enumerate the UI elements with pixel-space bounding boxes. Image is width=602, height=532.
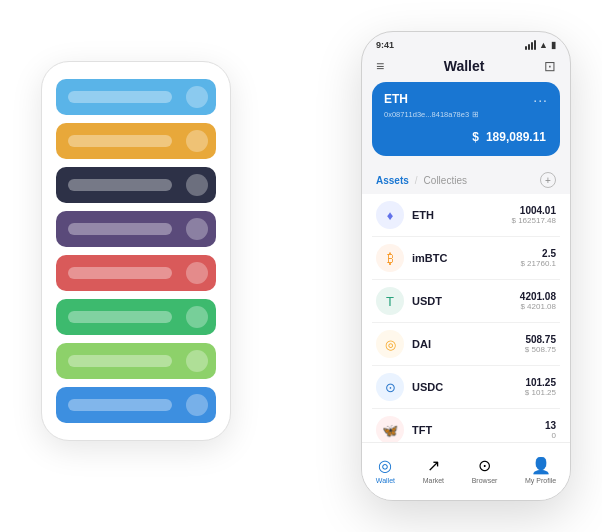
- nav-label-wallet: Wallet: [376, 477, 395, 484]
- asset-amount-primary: 4201.08: [520, 291, 556, 302]
- asset-icon: 🦋: [376, 416, 404, 444]
- status-time: 9:41: [376, 40, 394, 50]
- card-row: [56, 299, 216, 335]
- asset-amounts: 2.5$ 21760.1: [520, 248, 556, 268]
- eth-balance: $ 189,089.11: [384, 125, 548, 146]
- asset-symbol: DAI: [412, 338, 517, 350]
- asset-list: ♦ETH1004.01$ 162517.48₿imBTC2.5$ 21760.1…: [362, 194, 570, 452]
- asset-icon: ♦: [376, 201, 404, 229]
- card-row-icon: [186, 306, 208, 328]
- wifi-icon: ▲: [539, 40, 548, 50]
- card-row-icon: [186, 130, 208, 152]
- asset-amount-primary: 2.5: [520, 248, 556, 259]
- asset-symbol: imBTC: [412, 252, 512, 264]
- asset-amount-secondary: $ 162517.48: [512, 216, 557, 225]
- battery-icon: ▮: [551, 40, 556, 50]
- card-row-icon: [186, 174, 208, 196]
- status-bar: 9:41 ▲ ▮: [362, 32, 570, 54]
- nav-item-market[interactable]: ↗Market: [423, 456, 444, 484]
- asset-item[interactable]: ₿imBTC2.5$ 21760.1: [372, 237, 560, 280]
- wallet-icon: ◎: [378, 456, 392, 475]
- asset-amount-secondary: $ 508.75: [525, 345, 556, 354]
- card-row-icon: [186, 350, 208, 372]
- asset-icon: T: [376, 287, 404, 315]
- signal-icon: [525, 40, 536, 50]
- copy-icon[interactable]: ⊞: [472, 110, 479, 119]
- card-row-text-placeholder: [68, 179, 172, 191]
- asset-amount-secondary: $ 4201.08: [520, 302, 556, 311]
- nav-label-browser: Browser: [472, 477, 498, 484]
- nav-label-market: Market: [423, 477, 444, 484]
- asset-item[interactable]: ⊙USDC101.25$ 101.25: [372, 366, 560, 409]
- card-row: [56, 167, 216, 203]
- tab-collecties[interactable]: Collecties: [424, 175, 467, 186]
- card-row-text-placeholder: [68, 399, 172, 411]
- nav-label-my-profile: My Profile: [525, 477, 556, 484]
- asset-amounts: 101.25$ 101.25: [525, 377, 556, 397]
- tab-separator: /: [415, 175, 418, 186]
- asset-amount-primary: 1004.01: [512, 205, 557, 216]
- bottom-nav: ◎Wallet↗Market⊙Browser👤My Profile: [362, 442, 570, 500]
- eth-balance-symbol: $: [472, 130, 479, 144]
- asset-symbol: ETH: [412, 209, 504, 221]
- asset-symbol: USDT: [412, 295, 512, 307]
- asset-amounts: 1004.01$ 162517.48: [512, 205, 557, 225]
- asset-item[interactable]: TUSDT4201.08$ 4201.08: [372, 280, 560, 323]
- card-row-icon: [186, 394, 208, 416]
- card-row-icon: [186, 262, 208, 284]
- card-row-icon: [186, 218, 208, 240]
- card-row: [56, 211, 216, 247]
- eth-card-header: ETH ···: [384, 92, 548, 108]
- asset-item[interactable]: ◎DAI508.75$ 508.75: [372, 323, 560, 366]
- asset-symbol: TFT: [412, 424, 537, 436]
- tab-assets[interactable]: Assets: [376, 175, 409, 186]
- asset-item[interactable]: ♦ETH1004.01$ 162517.48: [372, 194, 560, 237]
- nav-item-wallet[interactable]: ◎Wallet: [376, 456, 395, 484]
- scene: 9:41 ▲ ▮ ≡ Wallet ⊡ ETH ···: [21, 21, 581, 511]
- profile-icon: 👤: [531, 456, 551, 475]
- eth-card[interactable]: ETH ··· 0x08711d3e...8418a78e3 ⊞ $ 189,0…: [372, 82, 560, 156]
- browser-icon: ⊙: [478, 456, 491, 475]
- card-row: [56, 255, 216, 291]
- card-row-text-placeholder: [68, 355, 172, 367]
- asset-amount-primary: 508.75: [525, 334, 556, 345]
- asset-amounts: 4201.08$ 4201.08: [520, 291, 556, 311]
- nav-item-my-profile[interactable]: 👤My Profile: [525, 456, 556, 484]
- asset-symbol: USDC: [412, 381, 517, 393]
- expand-icon[interactable]: ⊡: [544, 58, 556, 74]
- eth-address: 0x08711d3e...8418a78e3 ⊞: [384, 110, 548, 119]
- eth-label: ETH: [384, 92, 408, 106]
- asset-amount-primary: 13: [545, 420, 556, 431]
- market-icon: ↗: [427, 456, 440, 475]
- asset-icon: ⊙: [376, 373, 404, 401]
- assets-tabs: Assets / Collecties: [376, 175, 467, 186]
- assets-header: Assets / Collecties +: [362, 166, 570, 194]
- asset-amounts: 508.75$ 508.75: [525, 334, 556, 354]
- card-row-text-placeholder: [68, 267, 172, 279]
- eth-dots-menu[interactable]: ···: [533, 92, 548, 108]
- asset-icon: ◎: [376, 330, 404, 358]
- menu-icon[interactable]: ≡: [376, 58, 384, 74]
- asset-amount-secondary: $ 21760.1: [520, 259, 556, 268]
- nav-item-browser[interactable]: ⊙Browser: [472, 456, 498, 484]
- eth-balance-amount: 189,089.11: [486, 130, 546, 144]
- card-row-text-placeholder: [68, 223, 172, 235]
- asset-amount-primary: 101.25: [525, 377, 556, 388]
- card-row: [56, 79, 216, 115]
- card-row: [56, 387, 216, 423]
- card-row-text-placeholder: [68, 135, 172, 147]
- status-icons: ▲ ▮: [525, 40, 556, 50]
- card-row: [56, 343, 216, 379]
- card-row-text-placeholder: [68, 91, 172, 103]
- phone-header: ≡ Wallet ⊡: [362, 54, 570, 82]
- card-row-text-placeholder: [68, 311, 172, 323]
- asset-icon: ₿: [376, 244, 404, 272]
- card-row-icon: [186, 86, 208, 108]
- add-asset-button[interactable]: +: [540, 172, 556, 188]
- asset-amounts: 130: [545, 420, 556, 440]
- header-title: Wallet: [444, 58, 485, 74]
- bg-phone: [41, 61, 231, 441]
- fg-phone: 9:41 ▲ ▮ ≡ Wallet ⊡ ETH ···: [361, 31, 571, 501]
- card-row: [56, 123, 216, 159]
- asset-amount-secondary: 0: [545, 431, 556, 440]
